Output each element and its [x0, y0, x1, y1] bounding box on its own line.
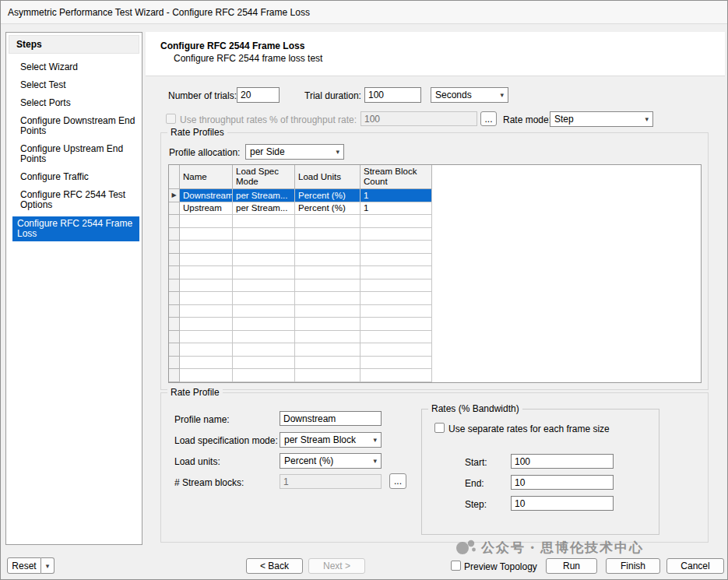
table-row[interactable]: [169, 228, 701, 241]
row-selector[interactable]: [169, 241, 180, 254]
row-selector[interactable]: [169, 318, 180, 331]
table-row[interactable]: [169, 266, 701, 279]
step-item-configure-rfc-2544-test-options[interactable]: Configure RFC 2544 Test Options: [6, 188, 142, 212]
cell-load-units[interactable]: [295, 228, 360, 241]
step-item-select-test[interactable]: Select Test: [6, 79, 142, 92]
table-row[interactable]: [169, 279, 701, 293]
cell-load-spec-mode[interactable]: [233, 292, 295, 305]
cell-name[interactable]: [180, 331, 233, 344]
column-header-name[interactable]: Name: [180, 165, 233, 189]
cell-name[interactable]: Downstream: [180, 189, 233, 202]
table-corner[interactable]: [169, 165, 180, 189]
cell-load-units[interactable]: [295, 279, 360, 293]
cell-load-spec-mode[interactable]: [233, 305, 295, 318]
cell-name[interactable]: Upstream: [180, 202, 233, 216]
cell-load-units[interactable]: [295, 241, 360, 254]
cell-load-spec-mode[interactable]: [233, 254, 295, 267]
step-item-configure-downstream-end-points[interactable]: Configure Downstream End Points: [6, 114, 142, 138]
cell-load-spec-mode[interactable]: [233, 215, 295, 228]
cell-name[interactable]: [180, 215, 233, 228]
step-input[interactable]: [511, 496, 614, 511]
table-row[interactable]: [169, 357, 701, 370]
profile-name-input[interactable]: [280, 411, 382, 426]
cell-load-spec-mode[interactable]: [233, 318, 295, 331]
cell-name[interactable]: [180, 228, 233, 241]
row-selector[interactable]: [169, 254, 180, 267]
run-button[interactable]: Run: [546, 558, 597, 574]
cell-name[interactable]: [180, 357, 233, 370]
table-row[interactable]: Upstreamper Stream...Percent (%)1: [169, 202, 701, 216]
cell-name[interactable]: [180, 305, 233, 318]
preview-topology-checkbox[interactable]: [451, 561, 461, 571]
cell-load-units[interactable]: [295, 215, 360, 228]
cell-load-units[interactable]: Percent (%): [295, 189, 360, 202]
table-row[interactable]: [169, 215, 701, 228]
row-selector[interactable]: ▶: [169, 189, 180, 202]
row-selector[interactable]: [169, 331, 180, 344]
finish-button[interactable]: Finish: [606, 558, 660, 574]
cell-stream-block-count[interactable]: [360, 305, 432, 318]
step-item-select-ports[interactable]: Select Ports: [6, 97, 142, 110]
throughput-rate-input[interactable]: [360, 111, 477, 126]
row-selector[interactable]: [169, 292, 180, 305]
reset-dropdown-button[interactable]: ▾: [41, 557, 55, 574]
cell-load-spec-mode[interactable]: [233, 369, 295, 382]
cell-stream-block-count[interactable]: [360, 331, 432, 344]
cell-name[interactable]: [180, 369, 233, 382]
cancel-button[interactable]: Cancel: [666, 558, 724, 574]
profile-allocation-select[interactable]: per Side ▾: [245, 144, 344, 160]
row-selector[interactable]: [169, 357, 180, 370]
cell-load-spec-mode[interactable]: [233, 357, 295, 370]
step-item-configure-rfc-2544-frame-loss[interactable]: Configure RFC 2544 Frame Loss: [12, 216, 139, 241]
cell-stream-block-count[interactable]: 1: [360, 202, 432, 216]
row-selector[interactable]: [169, 202, 180, 216]
step-item-configure-traffic[interactable]: Configure Traffic: [6, 170, 142, 184]
row-selector[interactable]: [169, 215, 180, 228]
end-input[interactable]: [511, 475, 614, 490]
cell-name[interactable]: [180, 292, 233, 305]
table-row[interactable]: [169, 331, 701, 344]
row-selector[interactable]: [169, 343, 180, 357]
cell-stream-block-count[interactable]: [360, 228, 432, 241]
table-row[interactable]: [169, 369, 701, 382]
cell-load-spec-mode[interactable]: [233, 241, 295, 254]
load-specification-mode-select[interactable]: per Stream Block ▾: [280, 432, 382, 448]
table-row[interactable]: [169, 241, 701, 254]
throughput-rate-browse-button[interactable]: ...: [480, 111, 497, 126]
cell-stream-block-count[interactable]: 1: [360, 189, 432, 202]
cell-stream-block-count[interactable]: [360, 279, 432, 293]
stream-blocks-input[interactable]: [280, 474, 382, 489]
table-row[interactable]: [169, 292, 701, 305]
cell-load-units[interactable]: [295, 292, 360, 305]
cell-name[interactable]: [180, 266, 233, 279]
row-selector[interactable]: [169, 279, 180, 293]
cell-load-units[interactable]: [295, 305, 360, 318]
number-of-trials-input[interactable]: [237, 87, 280, 103]
row-selector[interactable]: [169, 369, 180, 382]
table-row[interactable]: [169, 318, 701, 331]
column-header-load-spec-mode[interactable]: Load Spec Mode: [233, 165, 295, 189]
cell-stream-block-count[interactable]: [360, 292, 432, 305]
table-row[interactable]: [169, 343, 701, 357]
cell-load-units[interactable]: [295, 331, 360, 344]
table-row[interactable]: [169, 305, 701, 318]
cell-load-units[interactable]: [295, 369, 360, 382]
cell-name[interactable]: [180, 254, 233, 267]
next-button[interactable]: Next >: [308, 558, 365, 574]
cell-load-spec-mode[interactable]: [233, 266, 295, 279]
trial-duration-input[interactable]: [364, 87, 421, 103]
step-item-configure-upstream-end-points[interactable]: Configure Upstream End Points: [6, 142, 142, 166]
row-selector[interactable]: [169, 305, 180, 318]
step-item-select-wizard[interactable]: Select Wizard: [6, 61, 142, 74]
cell-name[interactable]: [180, 241, 233, 254]
cell-load-units[interactable]: [295, 343, 360, 357]
cell-load-spec-mode[interactable]: per Stream...: [233, 202, 295, 216]
cell-load-spec-mode[interactable]: per Stream...: [233, 189, 295, 202]
cell-stream-block-count[interactable]: [360, 215, 432, 228]
stream-blocks-browse-button[interactable]: ...: [389, 473, 406, 489]
cell-load-spec-mode[interactable]: [233, 228, 295, 241]
row-selector[interactable]: [169, 266, 180, 279]
separate-rates-checkbox[interactable]: [434, 423, 445, 433]
table-row[interactable]: [169, 254, 701, 267]
cell-load-units[interactable]: [295, 266, 360, 279]
